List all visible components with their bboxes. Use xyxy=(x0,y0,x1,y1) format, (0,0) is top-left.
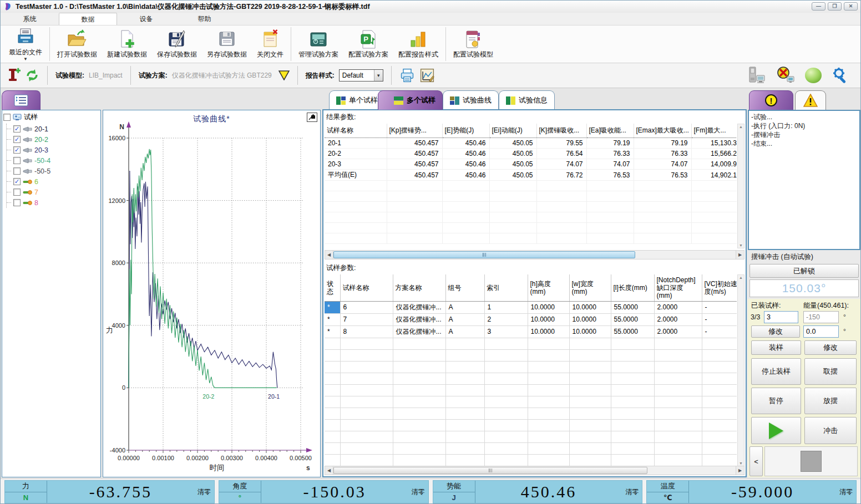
scrollbar-thumb[interactable] xyxy=(333,251,635,258)
tab-warnings[interactable] xyxy=(795,90,826,110)
tree-item-20-2[interactable]: ✓20-2 xyxy=(7,134,100,145)
column-header[interactable]: [w]宽度 (mm) xyxy=(569,274,611,301)
pause-button[interactable]: 暂停 xyxy=(751,388,801,414)
cell[interactable]: 79.55 xyxy=(536,138,586,149)
machine-status-icon[interactable] xyxy=(747,67,766,84)
scroll-down-icon[interactable]: ▼ xyxy=(739,243,743,247)
cell[interactable]: 450.05 xyxy=(489,159,536,170)
cell[interactable]: 450.46 xyxy=(442,159,489,170)
cell[interactable]: 55.0000 xyxy=(611,325,654,338)
results-hscrollbar[interactable]: ◀ ▶ xyxy=(325,250,744,259)
specimen-checkbox[interactable] xyxy=(13,199,21,206)
cell[interactable]: 15,130.31 xyxy=(691,138,737,149)
table-row[interactable]: *6仪器化摆锤冲...A110.000010.000055.00002.0000… xyxy=(325,301,737,313)
cell[interactable]: 450.05 xyxy=(489,138,536,149)
menu-item-help[interactable]: 帮助 xyxy=(175,13,234,25)
cell[interactable]: 450.46 xyxy=(442,149,489,159)
cell[interactable]: 仪器化摆锤冲... xyxy=(393,325,445,338)
cell[interactable]: 1 xyxy=(484,301,528,313)
cell[interactable]: 76.33 xyxy=(586,149,634,159)
recent-files-button[interactable]: 最近的文件▼ xyxy=(4,26,47,63)
tab-test-curve[interactable]: 试验曲线 xyxy=(443,90,499,110)
cell[interactable]: 10.0000 xyxy=(569,313,611,325)
report-curve-icon[interactable] xyxy=(419,68,435,83)
cell[interactable]: 2.0000 xyxy=(654,301,702,313)
cell[interactable]: 450.457 xyxy=(387,138,442,149)
config-model-button[interactable]: 配置试验模型 xyxy=(448,26,498,63)
cell[interactable]: 平均值(E) xyxy=(325,170,387,181)
collapse-button[interactable]: < xyxy=(749,446,763,476)
scroll-left-icon[interactable]: ◀ xyxy=(325,251,333,259)
tree-item-7[interactable]: 7 xyxy=(7,187,100,197)
column-header[interactable]: [Ea]吸收能... xyxy=(586,124,634,138)
cell[interactable]: - xyxy=(702,301,737,313)
column-header[interactable]: [VC]初始速度(m/s) xyxy=(702,274,737,301)
restore-button[interactable]: ❐ xyxy=(828,2,842,11)
cell[interactable]: 76.54 xyxy=(536,149,586,159)
table-header-row[interactable]: 试样名称[Kp]摆锤势...[E]势能(J)[Ei]动能(J)[K]摆锤吸收..… xyxy=(325,124,737,138)
loaded-count-input[interactable] xyxy=(764,311,798,323)
column-header[interactable]: 状态 xyxy=(325,274,340,301)
device-settings-icon[interactable] xyxy=(832,67,849,84)
cell[interactable]: 10.0000 xyxy=(528,325,569,338)
stop-button[interactable] xyxy=(764,446,858,476)
new-data-button[interactable]: 新建试验数据 xyxy=(102,26,152,63)
release-pendulum-button[interactable]: 放摆 xyxy=(804,388,857,414)
scroll-left-icon[interactable]: ◀ xyxy=(325,466,333,475)
cell[interactable]: 8 xyxy=(340,325,393,338)
cell[interactable]: 6 xyxy=(340,301,393,313)
cell[interactable]: 76.72 xyxy=(536,170,586,181)
tree-item-8[interactable]: 8 xyxy=(7,197,100,208)
tree-item--50-4[interactable]: -50-4 xyxy=(7,155,100,166)
cell[interactable]: * xyxy=(325,313,340,325)
menu-item-device[interactable]: 设备 xyxy=(117,13,175,25)
cell[interactable]: 2.0000 xyxy=(654,325,702,338)
cell[interactable]: 2.0000 xyxy=(654,313,702,325)
cell[interactable]: * xyxy=(325,325,340,338)
tree-item-20-3[interactable]: ✓20-3 xyxy=(7,145,100,155)
angle-set-input[interactable] xyxy=(803,311,839,323)
force-time-chart[interactable]: -400004000800012000160000.000000.001000.… xyxy=(103,110,320,477)
load-specimen-button[interactable]: 装样 xyxy=(751,340,801,355)
specimen-checkbox[interactable] xyxy=(13,167,21,175)
scroll-up-icon[interactable]: ▲ xyxy=(739,125,743,129)
tab-specimen-list[interactable] xyxy=(2,90,40,110)
tree-item--50-5[interactable]: -50-5 xyxy=(7,166,100,176)
connection-error-icon[interactable] xyxy=(775,67,795,84)
cell[interactable]: 10.0000 xyxy=(569,301,611,313)
cell[interactable]: * xyxy=(325,301,340,313)
cell[interactable]: 15,566.20 xyxy=(691,149,737,159)
chart-snapshot-button[interactable] xyxy=(307,113,317,122)
tree-item-6[interactable]: ✓6 xyxy=(7,176,100,187)
column-header[interactable]: 方案名称 xyxy=(393,274,445,301)
cell[interactable]: A xyxy=(445,313,484,325)
column-header[interactable]: [h]高度 (mm) xyxy=(528,274,569,301)
stop-loading-button[interactable]: 停止装样 xyxy=(751,358,801,385)
cell[interactable]: 79.19 xyxy=(634,138,691,149)
table-header-row[interactable]: 状态试样名称方案名称组号索引[h]高度 (mm)[w]宽度 (mm)[l]长度(… xyxy=(325,274,737,301)
cell[interactable]: 55.0000 xyxy=(611,313,654,325)
modify-loaded-button[interactable]: 修改 xyxy=(751,325,800,338)
modify-energy-button[interactable]: 修改 xyxy=(804,340,857,355)
column-header[interactable]: [K]摆锤吸收... xyxy=(536,124,586,138)
start-button[interactable] xyxy=(751,417,801,444)
cell[interactable]: 55.0000 xyxy=(611,301,654,313)
cell[interactable]: 450.05 xyxy=(489,149,536,159)
zero-button[interactable]: 清零 xyxy=(836,481,856,503)
cell[interactable]: 7 xyxy=(340,313,393,325)
zero-button[interactable]: 清零 xyxy=(622,481,642,503)
column-header[interactable]: [Kp]摆锤势... xyxy=(387,124,442,138)
cell[interactable]: 20-1 xyxy=(325,138,387,149)
config-report-button[interactable]: 配置报告样式 xyxy=(393,26,443,63)
cell[interactable]: 20-3 xyxy=(325,159,387,170)
manage-scheme-button[interactable]: 管理试验方案 xyxy=(293,26,343,63)
column-header[interactable]: [NotchDepth]缺口深度 (mm) xyxy=(654,274,702,301)
specimen-checkbox[interactable]: ✓ xyxy=(13,136,21,143)
scroll-right-icon[interactable]: ▶ xyxy=(736,251,744,259)
cell[interactable]: A xyxy=(445,325,484,338)
cell[interactable]: 14,902.16 xyxy=(691,170,737,181)
tree-root[interactable]: 试样 xyxy=(2,111,100,124)
cell[interactable]: 450.46 xyxy=(442,138,489,149)
take-pendulum-button[interactable]: 取摆 xyxy=(804,358,857,385)
cell[interactable]: 76.53 xyxy=(634,170,691,181)
